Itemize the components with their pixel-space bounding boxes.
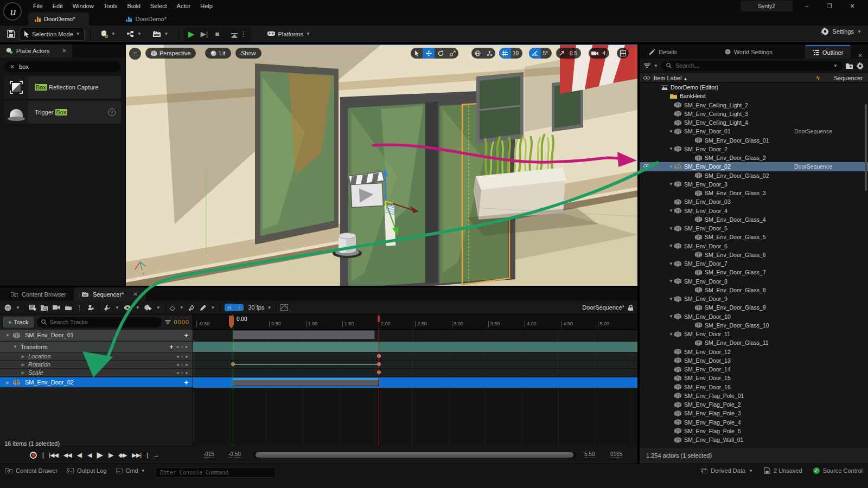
save-sequence-icon[interactable] [4,304,11,311]
menu-select[interactable]: Select [145,1,172,11]
outliner-row[interactable]: SM_Env_Door_03 [640,197,868,206]
fps-dropdown[interactable]: 30 fps▼ [248,304,271,311]
render-options-kebab[interactable]: ⋮ [76,304,82,311]
track-row-scale[interactable]: ▶Scale◂ ○ ▸ [0,369,193,376]
outliner-row[interactable]: ▼SM_Env_Door_01DoorSequence [640,127,868,136]
angle-snap-value[interactable]: 5° [541,50,552,56]
expand-arrow-icon[interactable]: ▼ [668,146,674,151]
save-icon[interactable] [5,30,16,38]
sequence-settings-icon[interactable] [104,304,111,311]
settings-dropdown[interactable]: Settings▼ [821,28,861,35]
expand-arrow-icon[interactable]: ▼ [668,297,674,301]
expand-arrow-icon[interactable]: ▼ [668,314,674,319]
outliner-row[interactable]: SM_Env_Door_Glass_7 [640,268,868,277]
track-search-input[interactable]: Search Tracks [37,317,162,328]
unreal-logo-icon[interactable]: u [3,2,22,21]
scale-tool-icon[interactable] [446,48,458,59]
timeline-lane-sm_env_door_01[interactable] [193,330,638,341]
place-actors-search-input[interactable]: ✕ box [4,61,121,72]
outliner-row[interactable]: ▼SM_Env_Door_02DoorSequence [640,162,868,171]
view-range-end[interactable]: 0165 [610,451,622,458]
outliner-row[interactable]: SM_Env_Flag_Pole_5 [640,427,868,435]
blueprints-dropdown[interactable]: ▼ [123,28,145,41]
filter-icon[interactable] [644,63,650,68]
track-row-transform[interactable]: ▼Transform+◂ ○ ▸ [0,342,193,352]
expand-arrow-icon[interactable]: ▼ [12,344,18,349]
curve-editor-icon[interactable] [280,304,288,311]
outliner-row[interactable]: SM_Env_Door_Glass_10 [640,321,868,330]
step-forward-button[interactable]: |▶ [108,452,113,459]
outliner-row[interactable]: SM_Env_Flag_Pole_01 [640,391,868,400]
menu-window[interactable]: Window [68,1,99,11]
add-folder-icon[interactable] [846,63,853,69]
timeline-lane-transform[interactable] [193,342,638,352]
keyframe-nav-icons[interactable]: ◂ ○ ▸ [176,344,188,349]
stop-button[interactable]: ■ [211,30,224,38]
outliner-row[interactable]: ▼SM_Env_Door_6 [640,242,868,251]
expand-arrow-icon[interactable]: ▼ [668,129,674,134]
outliner-row[interactable]: SM_Env_Flag_Pole_2 [640,400,868,409]
outliner-row[interactable]: SM_Env_Door_16 [640,383,868,391]
column-item-label[interactable]: Item Label ▲ [654,75,687,81]
timeline-lane-rotation[interactable] [193,361,638,368]
expand-arrow-icon[interactable]: ▼ [668,208,674,213]
grid-snap-icon[interactable] [499,48,511,59]
expand-arrow-icon[interactable]: ▼ [668,226,674,231]
timeline-lane-scale[interactable] [193,369,638,376]
expand-arrow-icon[interactable]: ▼ [668,279,674,284]
select-tool-icon[interactable] [411,48,423,59]
expand-arrow-icon[interactable]: ▼ [668,332,674,337]
outliner-row[interactable]: SM_Env_Flag_Pole_4 [640,418,868,427]
play-reverse-button[interactable]: ◀ [87,452,91,459]
sequencer-timeline[interactable]: -0.500.501.001.502.002.503.003.504.004.5… [193,314,637,446]
outliner-row[interactable]: SM_Env_Door_Glass_2 [640,153,868,162]
keyframe-nav-icons[interactable]: ◂ ○ ▸ [176,362,188,367]
outliner-row[interactable]: SM_Env_Door_Glass_02 [640,171,868,180]
menu-file[interactable]: File [28,1,48,11]
play-forward-button[interactable]: ▶ [97,450,103,460]
outliner-row[interactable]: SM_Env_Door_Glass_5 [640,233,868,241]
grid-snap-value[interactable]: 10 [511,50,522,56]
render-movie-icon[interactable] [65,305,72,311]
visibility-column-icon[interactable] [640,76,654,80]
playback-range-start[interactable]: -0.50 [228,451,241,458]
asset-tab-0[interactable]: DoorDemo* [28,12,89,25]
mark-out-button[interactable]: ] [146,452,148,458]
cmd-dropdown[interactable]: Cmd▼ [116,467,145,474]
outliner-row[interactable]: SM_Env_Door_Glass_3 [640,189,868,197]
derived-data-button[interactable]: Derived Data▼ [701,467,753,474]
close-icon[interactable]: ✕ [133,291,137,297]
platforms-dropdown[interactable]: Platforms▼ [263,28,314,41]
content-drawer-button[interactable]: Content Drawer [5,467,58,474]
menu-actor[interactable]: Actor [172,1,196,11]
track-row-sm_env_door_01[interactable]: ▼SM_Env_Door_01+ [0,330,193,341]
outliner-row[interactable]: SM_Env_Ceiling_Light_3 [640,110,868,118]
play-options-kebab[interactable]: ⋮ [237,30,250,38]
minimize-button[interactable]: – [795,0,818,12]
console-command-input[interactable]: Enter Console Command [155,467,276,478]
outliner-row[interactable]: SM_Env_Door_Glass_01 [640,136,868,145]
transform-section-bar[interactable] [233,330,375,339]
auto-key-icon[interactable] [188,305,196,311]
source-control-button[interactable]: ✓ Source Control [813,467,863,474]
outliner-row[interactable]: SM_Env_Door_Glass_6 [640,251,868,259]
asset-tab-1[interactable]: DoorDemo* [119,12,180,25]
menu-edit[interactable]: Edit [48,1,68,11]
selection-mode-dropdown[interactable]: Selection Mode▼ [20,28,85,41]
outliner-row[interactable]: ▼SM_Env_Door_5 [640,224,868,233]
outliner-row[interactable]: SM_Env_Door_Glass_4 [640,215,868,224]
create-asset-icon[interactable] [29,305,36,311]
snap-options-kebab[interactable]: ⋮ [234,304,244,311]
jump-to-previous-key-button[interactable]: ◀◀ [63,452,72,459]
keyframe-options-icon[interactable]: ◇ [170,304,175,312]
browse-sequence-icon[interactable] [41,305,48,311]
unsaved-button[interactable]: 2 Unsaved [764,467,802,474]
outliner-row[interactable]: ▼SM_Env_Door_2 [640,145,868,153]
outliner-row[interactable]: SM_Env_Door_Glass_8 [640,286,868,294]
outliner-row[interactable]: SM_Env_Door_12 [640,348,868,356]
move-tool-icon[interactable] [423,48,435,59]
keyframe-nav-icons[interactable]: ◂ ○ ▸ [176,370,188,375]
expand-arrow-icon[interactable]: ▶ [4,380,11,385]
expand-arrow-icon[interactable]: ▼ [668,243,674,248]
expand-arrow-icon[interactable]: ▼ [4,333,11,338]
